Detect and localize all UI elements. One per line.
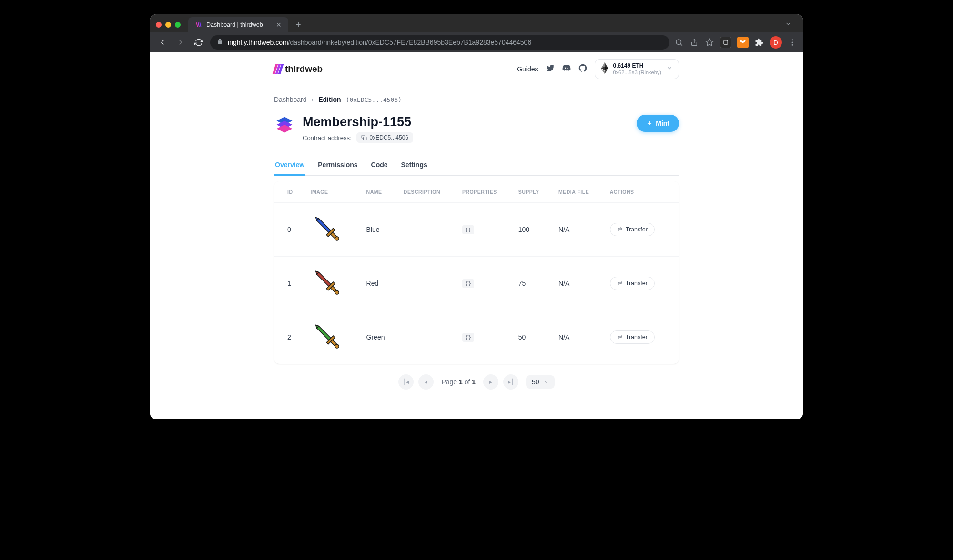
transfer-icon [617,280,623,286]
col-description: DESCRIPTION [397,181,456,203]
discord-icon[interactable] [562,64,571,74]
contract-type-icon [274,115,295,136]
page-prev-button[interactable]: ◂ [418,374,434,390]
transfer-label: Transfer [626,334,648,340]
cell-description [397,257,456,310]
browser-tab[interactable]: Dashboard | thirdweb ✕ [188,17,288,32]
cell-supply: 100 [512,203,552,257]
cell-actions: Transfer [603,257,679,310]
minimize-window-button[interactable] [165,22,171,28]
github-icon[interactable] [578,64,587,74]
svg-point-4 [792,39,793,40]
bookmark-star-icon[interactable] [705,38,714,47]
page-size-select[interactable]: 50 [526,375,555,389]
cell-name: Green [360,310,397,364]
metamask-icon[interactable] [737,37,749,48]
main-content: Dashboard › Edition (0xEDC5...4506) [274,86,679,419]
svg-marker-9 [277,125,293,133]
page-first-button[interactable]: ⎮◂ [398,374,414,390]
address-chip[interactable]: 0xEDC5...4506 [356,132,413,143]
twitter-icon[interactable] [546,64,555,74]
cell-image [304,310,360,364]
page-content: thirdweb Guides 0.6149 ETH 0x62...5a3 (R… [150,52,803,419]
cell-properties: {} [456,203,512,257]
table-row: 2 Green {} 50 N/A Transfer [274,310,679,364]
browser-window: Dashboard | thirdweb ✕ + [150,14,803,419]
transfer-button[interactable]: Transfer [610,223,655,236]
nft-thumbnail [311,320,345,354]
cell-supply: 75 [512,257,552,310]
cell-description [397,310,456,364]
guides-link[interactable]: Guides [517,65,538,73]
reload-button[interactable] [192,36,205,49]
address-short: 0xEDC5...4506 [370,134,408,141]
mint-button[interactable]: Mint [637,115,679,132]
svg-rect-10 [363,137,366,140]
transfer-label: Transfer [626,280,648,287]
plus-icon [646,120,653,127]
tab-bar: Dashboard | thirdweb ✕ + [150,14,803,32]
tab-close-icon[interactable]: ✕ [276,21,282,29]
breadcrumb-root[interactable]: Dashboard [274,96,307,103]
cell-image [304,257,360,310]
menu-dots-icon[interactable] [788,38,797,47]
svg-point-6 [792,44,793,46]
wallet-selector[interactable]: 0.6149 ETH 0x62...5a3 (Rinkeby) [595,59,679,79]
new-tab-button[interactable]: + [292,20,305,30]
properties-badge[interactable]: {} [462,333,474,342]
nft-table: ID IMAGE NAME DESCRIPTION PROPERTIES SUP… [274,181,679,364]
cell-description [397,203,456,257]
cell-id: 2 [274,310,304,364]
brand-logo[interactable]: thirdweb [274,64,323,74]
wallet-address: 0x62...5a3 (Rinkeby) [613,70,662,76]
ethereum-icon [601,62,608,76]
back-button[interactable] [156,36,169,49]
close-window-button[interactable] [156,22,162,28]
tab-permissions[interactable]: Permissions [317,156,358,176]
url-bar: nightly.thirdweb.com/dashboard/rinkeby/e… [150,32,803,52]
svg-point-5 [792,42,793,43]
table-row: 0 Blue {} 100 N/A Transfer [274,203,679,257]
page-title: Membership-1155 [303,115,413,130]
breadcrumb: Dashboard › Edition (0xEDC5...4506) [274,96,679,103]
transfer-icon [617,227,623,232]
profile-avatar[interactable]: D [770,36,782,49]
tab-code[interactable]: Code [370,156,389,176]
copy-icon [361,135,367,140]
transfer-button[interactable]: Transfer [610,277,655,290]
chevron-down-icon [543,379,549,385]
lock-icon [217,38,223,47]
maximize-window-button[interactable] [175,22,181,28]
chevron-down-icon[interactable] [779,20,797,29]
col-supply: SUPPLY [512,181,552,203]
share-icon[interactable] [689,38,699,47]
search-icon[interactable] [674,38,684,47]
chevron-down-icon [666,65,673,73]
url-actions: D [674,36,797,49]
tab-settings[interactable]: Settings [400,156,428,176]
page-next-button[interactable]: ▸ [483,374,498,390]
url-text: nightly.thirdweb.com/dashboard/rinkeby/e… [228,39,663,46]
page-last-button[interactable]: ▸⎮ [503,374,518,390]
cell-name: Blue [360,203,397,257]
traffic-lights [156,20,181,30]
cell-media: N/A [552,203,603,257]
extensions-puzzle-icon[interactable] [754,38,764,47]
brand-name: thirdweb [285,64,323,74]
tabs: Overview Permissions Code Settings [274,156,679,176]
transfer-button[interactable]: Transfer [610,330,655,344]
page-header: Membership-1155 Contract address: 0xEDC5… [274,115,679,143]
mint-label: Mint [656,120,669,127]
page-indicator: Page 1 of 1 [441,378,476,386]
url-input[interactable]: nightly.thirdweb.com/dashboard/rinkeby/e… [210,35,669,50]
extension-icon[interactable] [720,37,731,48]
breadcrumb-hash: (0xEDC5...4506) [346,96,402,103]
chevron-right-icon: › [312,96,314,103]
tab-overview[interactable]: Overview [274,156,305,176]
properties-badge[interactable]: {} [462,279,474,288]
svg-rect-13 [316,219,331,233]
transfer-label: Transfer [626,226,648,233]
cell-actions: Transfer [603,203,679,257]
forward-button[interactable] [174,36,187,49]
properties-badge[interactable]: {} [462,225,474,234]
